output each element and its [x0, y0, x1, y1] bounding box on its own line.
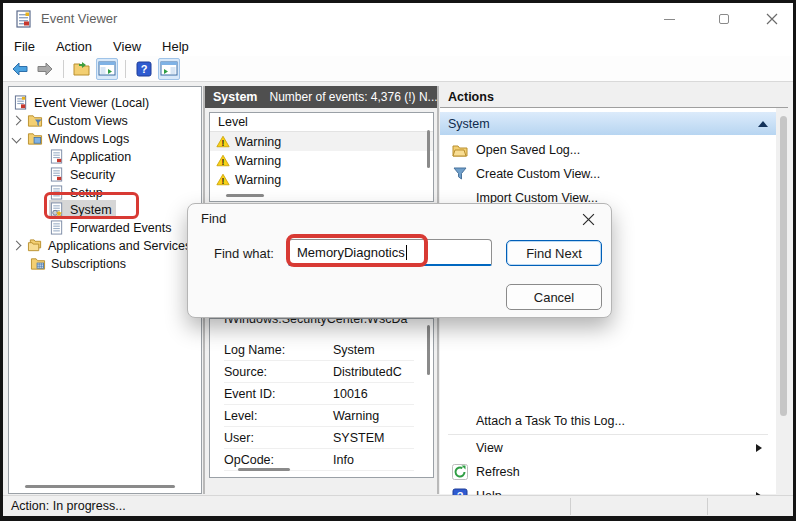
- tree-item-security[interactable]: Security: [49, 165, 115, 184]
- applications-services-icon: [27, 238, 43, 253]
- event-viewer-node-icon: [13, 95, 29, 110]
- details-vertical-scrollbar[interactable]: [427, 325, 430, 375]
- tree-item-application[interactable]: Application: [49, 147, 131, 166]
- event-row[interactable]: ! Warning: [210, 151, 433, 170]
- action-label: Refresh: [476, 465, 520, 479]
- detail-value: Info: [333, 453, 354, 467]
- tree-item-windows-logs[interactable]: Windows Logs: [13, 129, 129, 148]
- console-tree-icon: [98, 61, 116, 76]
- collapse-icon[interactable]: [758, 121, 768, 127]
- help-button[interactable]: ?: [133, 58, 155, 80]
- action-pane-icon: [160, 61, 178, 76]
- back-arrow-icon: [11, 61, 29, 77]
- status-text: Action: In progress...: [11, 499, 126, 513]
- minimize-icon: [664, 19, 675, 20]
- clipped-detail-text: IWindows.SecurityCenter.WscDa: [224, 319, 407, 326]
- detail-row: Event ID: 10016: [224, 383, 414, 405]
- detail-row: Level: Warning: [224, 405, 414, 427]
- tree-item-event-viewer-local[interactable]: Event Viewer (Local): [13, 93, 149, 112]
- event-row[interactable]: ! Warning: [210, 132, 433, 151]
- detail-row: User: SYSTEM: [224, 427, 414, 449]
- detail-value: Warning: [333, 409, 379, 423]
- warning-icon: !: [216, 135, 230, 148]
- events-pane-header: System Number of events: 4,376 (!) N...: [205, 86, 437, 108]
- event-viewer-window: Event Viewer File Action View Help ?: [3, 3, 793, 516]
- svg-text:!: !: [222, 138, 225, 148]
- event-details-pane: IWindows.SecurityCenter.WscDa Log Name: …: [209, 318, 434, 478]
- chevron-right-icon[interactable]: [12, 116, 22, 126]
- detail-value: SYSTEM: [333, 431, 384, 445]
- action-view[interactable]: View: [440, 436, 776, 460]
- toolbar-separator: [125, 60, 126, 78]
- details-horizontal-scrollbar[interactable]: [238, 468, 290, 471]
- open-folder-icon: [73, 61, 91, 77]
- annotation-box-system-tree-item: [44, 192, 139, 219]
- warning-icon: !: [216, 154, 230, 167]
- action-refresh[interactable]: Refresh: [440, 460, 776, 484]
- maximize-button[interactable]: [703, 3, 745, 35]
- back-button[interactable]: [9, 58, 31, 80]
- svg-text:!: !: [222, 176, 225, 186]
- tree-horizontal-scrollbar[interactable]: [25, 485, 175, 488]
- tree-item-label: Applications and Services: [48, 239, 191, 253]
- forward-arrow-icon: [36, 61, 54, 77]
- menu-file[interactable]: File: [4, 37, 45, 56]
- close-icon: [582, 213, 595, 226]
- event-level: Warning: [235, 154, 281, 168]
- tree-item-subscriptions[interactable]: Subscriptions: [30, 254, 126, 273]
- annotation-box-find-input: [286, 234, 428, 267]
- svg-text:!: !: [222, 157, 225, 167]
- chevron-right-icon[interactable]: [12, 241, 22, 251]
- detail-row: Source: DistributedC: [224, 361, 414, 383]
- dialog-title: Find: [201, 211, 226, 226]
- events-pane-title: System: [213, 90, 257, 104]
- action-attach-task-to-log[interactable]: Attach a Task To this Log...: [440, 409, 776, 433]
- show-console-tree-button[interactable]: [96, 58, 118, 80]
- detail-label: Source:: [224, 365, 333, 379]
- tree-item-forwarded-events[interactable]: Forwarded Events: [49, 218, 171, 237]
- show-action-pane-button[interactable]: [158, 58, 180, 80]
- tree-item-applications-and-services[interactable]: Applications and Services: [13, 236, 191, 255]
- detail-label: User:: [224, 431, 333, 445]
- event-row[interactable]: ! Warning: [210, 170, 433, 189]
- actions-panel-header: Actions: [440, 86, 788, 108]
- cancel-button[interactable]: Cancel: [506, 284, 602, 310]
- console-tree-panel: Event Viewer (Local) Custom Views Window…: [8, 86, 202, 494]
- close-button[interactable]: [751, 3, 793, 35]
- action-label: Attach a Task To this Log...: [476, 414, 625, 428]
- forward-button[interactable]: [34, 58, 56, 80]
- menu-action[interactable]: Action: [46, 37, 102, 56]
- event-level: Warning: [235, 135, 281, 149]
- actions-section-system[interactable]: System: [440, 112, 776, 135]
- status-bar: Action: In progress...: [3, 495, 793, 516]
- open-saved-log-button[interactable]: [71, 58, 93, 80]
- event-list-horizontal-scrollbar[interactable]: [226, 194, 264, 197]
- dialog-close-button[interactable]: [575, 208, 601, 230]
- actions-separator: [448, 434, 768, 435]
- action-open-saved-log[interactable]: Open Saved Log...: [440, 138, 776, 162]
- action-label: View: [476, 441, 503, 455]
- tree-item-label: Application: [70, 150, 131, 164]
- clipped-text-container: IWindows.SecurityCenter.WscDa: [210, 319, 420, 328]
- log-file-icon: [49, 220, 65, 235]
- detail-value: DistributedC: [333, 365, 402, 379]
- tree-item-label: Forwarded Events: [70, 221, 171, 235]
- action-create-custom-view[interactable]: Create Custom View...: [440, 162, 776, 186]
- actions-scrollbar-track[interactable]: [778, 108, 789, 494]
- tree-item-custom-views[interactable]: Custom Views: [13, 111, 128, 130]
- find-next-button[interactable]: Find Next: [506, 240, 602, 266]
- windows-logs-icon: [27, 131, 43, 146]
- chevron-down-icon[interactable]: [12, 134, 22, 144]
- refresh-icon: [452, 464, 468, 480]
- menu-view[interactable]: View: [103, 37, 151, 56]
- event-level: Warning: [235, 173, 281, 187]
- minimize-button[interactable]: [648, 3, 690, 35]
- detail-value: 10016: [333, 387, 368, 401]
- open-folder-icon: [452, 142, 468, 158]
- event-viewer-app-icon: [15, 10, 33, 28]
- menu-help[interactable]: Help: [152, 37, 199, 56]
- event-list-vertical-scrollbar[interactable]: [427, 130, 430, 168]
- level-column-header[interactable]: Level: [210, 113, 433, 132]
- maximize-icon: [719, 14, 729, 24]
- actions-scrollbar-thumb[interactable]: [780, 116, 787, 416]
